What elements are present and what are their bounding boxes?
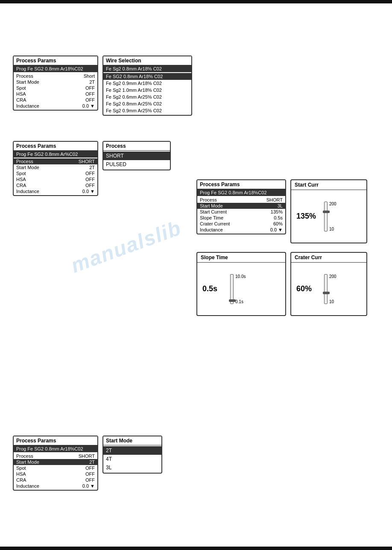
slope-time-track	[230, 274, 234, 304]
wire-selection-subheader: Fe Sg2 0.8mm Ar18% C02	[103, 65, 191, 72]
process-params-3: Process Params Prog Fe SG2 0.8mm Ar18%C0…	[196, 179, 286, 234]
process-params-3-subheader: Prog Fe SG2 0.8mm Ar18%C02	[197, 189, 285, 196]
crater-curr-title: Crater Curr	[291, 253, 366, 263]
table-row: HSA OFF	[14, 471, 97, 477]
crater-curr-thumb	[323, 292, 330, 294]
table-row: Process SHORT	[197, 197, 285, 203]
process-panel: Process SHORT PULSED	[102, 141, 171, 170]
table-row: CRA OFF	[14, 97, 97, 103]
slope-time-panel: Slope Time 0.5s 10.0s 0.1s	[196, 252, 286, 316]
list-item[interactable]: 2T	[103, 446, 161, 455]
table-row: Start Mode 2T	[14, 459, 97, 465]
process-params-1-title: Process Params	[14, 56, 97, 65]
start-curr-labels: 200 10	[328, 202, 336, 231]
top-bar	[0, 0, 392, 3]
list-item[interactable]: 3L	[103, 463, 161, 472]
start-curr-value: 135%	[296, 212, 320, 221]
list-item[interactable]: Fe Sg2 0.9mm Ar25% C02	[103, 107, 191, 114]
table-row: HSA OFF	[14, 91, 97, 97]
table-row: Process SHORT	[14, 158, 97, 164]
wire-selection-body: Fe SG2 0.8mm Ar18% C02 Fe Sg2 0.9mm Ar18…	[103, 72, 191, 115]
slope-time-title: Slope Time	[197, 253, 285, 263]
list-item[interactable]: PULSED	[103, 160, 170, 169]
table-row: Start Mode 2T	[14, 164, 97, 170]
table-row: Crater Current 60%	[197, 221, 285, 227]
wire-selection-title: Wire Selection	[103, 56, 191, 65]
start-mode-body: 2T 4T 3L	[103, 445, 161, 473]
table-row: Spot OFF	[14, 465, 97, 471]
crater-curr-value: 60%	[296, 284, 320, 293]
list-item[interactable]: Fe SG2 0.8mm Ar18% C02	[103, 73, 191, 80]
bottom-bar	[0, 547, 392, 550]
process-params-2-subheader: Prog Fe SG2 0.8mm Ar%C02	[14, 151, 97, 158]
table-row: Start Mode 3L	[197, 203, 285, 209]
table-row: Spot OFF	[14, 85, 97, 91]
process-params-4-title: Process Params	[14, 436, 97, 445]
process-params-4: Process Params Prog Fe SG2 0.8mm Ar18%C0…	[13, 436, 98, 491]
list-item[interactable]: 4T	[103, 455, 161, 463]
process-params-2-title: Process Params	[14, 142, 97, 151]
process-params-1: Process Params Prog Fe SG2 0.8mm Ar18%C0…	[13, 56, 98, 111]
wire-selection: Wire Selection Fe Sg2 0.8mm Ar18% C02 Fe…	[102, 56, 192, 116]
start-mode-panel: Start Mode 2T 4T 3L	[102, 436, 162, 474]
slope-time-thumb	[229, 299, 236, 302]
table-row: CRA OFF	[14, 477, 97, 483]
crater-curr-content: 60% 200 10	[291, 263, 366, 315]
list-item[interactable]: Fe Sg2 0.8mm Ar25% C02	[103, 100, 191, 107]
process-params-4-subheader: Prog Fe SG2 0.8mm Ar18%C02	[14, 445, 97, 452]
table-row: CRA OFF	[14, 182, 97, 188]
table-row: HSA OFF	[14, 176, 97, 182]
process-params-3-title: Process Params	[197, 180, 285, 189]
process-params-1-body: Process Short Start Mode 2T Spot OFF HSA…	[14, 72, 97, 110]
list-item[interactable]: SHORT	[103, 152, 170, 160]
crater-curr-labels: 200 10	[328, 274, 336, 304]
slope-time-content: 0.5s 10.0s 0.1s	[197, 263, 285, 315]
table-row: Inductance 0.0 ▼	[197, 227, 285, 233]
list-item[interactable]: Fe Sg2 0.6mm Ar25% C02	[103, 94, 191, 100]
crater-curr-track	[324, 274, 328, 304]
table-row: Inductance 0.0 ▼	[14, 103, 97, 109]
start-curr-thumb	[323, 211, 330, 213]
crater-curr-panel: Crater Curr 60% 200 10	[290, 252, 367, 316]
process-params-4-body: Process SHORT Start Mode 2T Spot OFF HSA…	[14, 452, 97, 490]
list-item[interactable]: Fe Sg2 1.0mm Ar18% C02	[103, 87, 191, 94]
list-item[interactable]: Fe Sg2 0.9mm Ar18% C02	[103, 80, 191, 87]
start-curr-track	[324, 202, 328, 231]
process-panel-body: SHORT PULSED	[103, 151, 170, 170]
table-row: Inductance 0.0 ▼	[14, 483, 97, 489]
table-row: Start Current 135%	[197, 209, 285, 215]
table-row: Slope Time 0.5s	[197, 215, 285, 221]
table-row: Process SHORT	[14, 453, 97, 459]
slope-time-value: 0.5s	[202, 284, 226, 293]
process-params-2-body: Process SHORT Start Mode 2T Spot OFF HSA…	[14, 158, 97, 195]
start-curr-title: Start Curr	[291, 180, 366, 190]
start-curr-content: 135% 200 10	[291, 190, 366, 243]
table-row: Spot OFF	[14, 170, 97, 176]
start-mode-title: Start Mode	[103, 436, 161, 445]
table-row: Start Mode 2T	[14, 79, 97, 85]
table-row: Process Short	[14, 73, 97, 79]
watermark: manualslib	[68, 216, 184, 277]
process-params-2: Process Params Prog Fe SG2 0.8mm Ar%C02 …	[13, 141, 98, 196]
process-params-3-body: Process SHORT Start Mode 3L Start Curren…	[197, 196, 285, 234]
table-row: Inductance 0.0 ▼	[14, 188, 97, 194]
process-panel-title: Process	[103, 142, 170, 151]
start-curr-panel: Start Curr 135% 200 10	[290, 179, 367, 243]
process-params-1-subheader: Prog Fe SG2 0.8mm Ar18%C02	[14, 65, 97, 72]
